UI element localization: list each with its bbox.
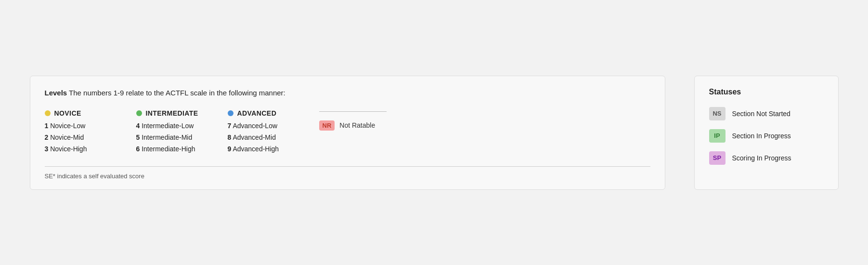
novice-num-3: 3 [45, 145, 49, 153]
intermediate-item-1: 4 Intermediate-Low [136, 122, 228, 130]
advanced-num-3: 9 [228, 145, 232, 153]
levels-header: Levels The numbers 1-9 relate to the ACT… [45, 88, 650, 98]
advanced-name-3: Advanced-High [233, 145, 279, 153]
intermediate-item-3: 6 Intermediate-High [136, 145, 228, 153]
intermediate-name-2: Intermediate-Mid [142, 133, 192, 141]
main-container: Levels The numbers 1-9 relate to the ACT… [11, 61, 858, 204]
nr-column: NR Not Ratable [319, 109, 387, 157]
levels-section: Levels The numbers 1-9 relate to the ACT… [30, 76, 665, 190]
intermediate-num-2: 5 [136, 133, 140, 141]
advanced-num-1: 7 [228, 122, 232, 130]
advanced-item-1: 7 Advanced-Low [228, 122, 319, 130]
intermediate-label: INTERMEDIATE [146, 109, 198, 117]
novice-num-1: 1 [45, 122, 49, 130]
novice-title: NOVICE [45, 109, 136, 117]
intermediate-num-3: 6 [136, 145, 140, 153]
novice-dot [45, 110, 51, 116]
ip-label: Section In Progress [732, 132, 791, 140]
advanced-name-1: Advanced-Low [233, 122, 277, 130]
novice-column: NOVICE 1 Novice-Low 2 Novice-Mid 3 Novic… [45, 109, 136, 157]
intermediate-column: INTERMEDIATE 4 Intermediate-Low 5 Interm… [136, 109, 228, 157]
ip-badge: IP [709, 129, 725, 143]
advanced-title: ADVANCED [228, 109, 319, 117]
intermediate-num-1: 4 [136, 122, 140, 130]
novice-num-2: 2 [45, 133, 49, 141]
intermediate-name-1: Intermediate-Low [142, 122, 194, 130]
sp-badge: SP [709, 151, 725, 165]
novice-item-1: 1 Novice-Low [45, 122, 136, 130]
ns-label: Section Not Started [732, 110, 790, 118]
advanced-item-2: 8 Advanced-Mid [228, 133, 319, 141]
ns-badge: NS [709, 107, 725, 120]
novice-item-2: 2 Novice-Mid [45, 133, 136, 141]
status-row-ns: NS Section Not Started [709, 107, 824, 120]
levels-bold-label: Levels [45, 89, 67, 97]
novice-label: NOVICE [54, 109, 81, 117]
intermediate-title: INTERMEDIATE [136, 109, 228, 117]
footer-divider [45, 166, 650, 167]
footer-note: SE* indicates a self evaluated score [45, 172, 650, 180]
novice-item-3: 3 Novice-High [45, 145, 136, 153]
advanced-label: ADVANCED [237, 109, 277, 117]
advanced-column: ADVANCED 7 Advanced-Low 8 Advanced-Mid 9… [228, 109, 319, 157]
status-row-ip: IP Section In Progress [709, 129, 824, 143]
nr-badge: NR [319, 120, 335, 131]
advanced-num-2: 8 [228, 133, 232, 141]
advanced-dot [228, 110, 233, 116]
nr-label: Not Ratable [339, 121, 375, 129]
advanced-item-3: 9 Advanced-High [228, 145, 319, 153]
novice-name-1: Novice-Low [50, 122, 85, 130]
intermediate-item-2: 5 Intermediate-Mid [136, 133, 228, 141]
novice-name-2: Novice-Mid [50, 133, 84, 141]
levels-grid: NOVICE 1 Novice-Low 2 Novice-Mid 3 Novic… [45, 109, 650, 157]
levels-header-text: The numbers 1-9 relate to the ACTFL scal… [67, 89, 285, 97]
sp-label: Scoring In Progress [732, 154, 791, 162]
intermediate-dot [136, 110, 142, 116]
statuses-header: Statuses [709, 88, 824, 96]
not-ratable-row: NR Not Ratable [319, 120, 387, 131]
intermediate-name-3: Intermediate-High [142, 145, 195, 153]
nr-separator [319, 111, 387, 112]
advanced-name-2: Advanced-Mid [233, 133, 276, 141]
novice-name-3: Novice-High [50, 145, 87, 153]
status-row-sp: SP Scoring In Progress [709, 151, 824, 165]
statuses-section: Statuses NS Section Not Started IP Secti… [694, 76, 839, 190]
